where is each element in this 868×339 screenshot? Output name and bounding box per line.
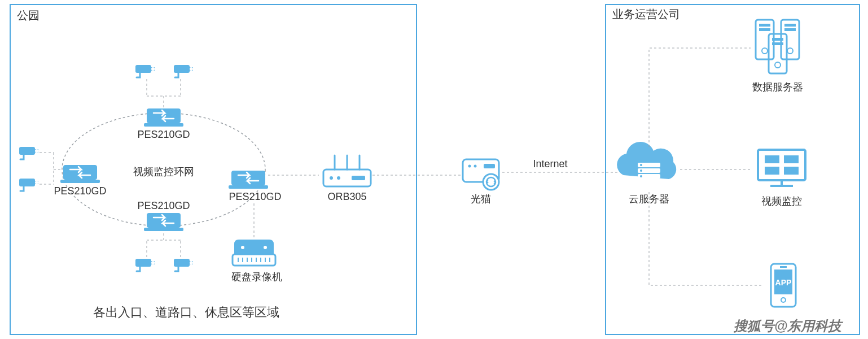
company-title: 业务运营公司	[612, 8, 680, 20]
switch-right-icon	[229, 171, 268, 189]
router-label: ORB305	[327, 191, 366, 202]
camera-icon	[19, 179, 38, 191]
server-icon	[781, 20, 799, 59]
internet-label: Internet	[533, 158, 567, 169]
cloud-icon	[617, 142, 676, 179]
camera-icon	[135, 259, 155, 271]
switch-left-icon	[60, 165, 100, 183]
park-title: 公园	[17, 9, 40, 21]
server-icon	[756, 20, 774, 59]
monitor-label: 视频监控	[761, 195, 802, 207]
link-cloud-app	[649, 192, 762, 285]
switch-top-icon	[144, 108, 183, 127]
modem-icon	[463, 159, 499, 190]
watermark: 搜狐号@东用科技	[733, 318, 844, 333]
network-diagram: APP 公园 视频监控环网 PES210GD	[0, 0, 868, 339]
dvr-label: 硬盘录像机	[231, 271, 282, 282]
phone-icon	[771, 264, 796, 307]
modem-label: 光猫	[471, 193, 491, 205]
server-icon	[769, 34, 787, 73]
camera-icon	[174, 259, 193, 271]
switch-left-label: PES210GD	[54, 185, 106, 197]
monitor-icon	[758, 150, 805, 186]
camera-icon	[19, 147, 38, 159]
switch-right-label: PES210GD	[229, 191, 281, 202]
switch-bottom-label: PES210GD	[137, 200, 190, 211]
switch-top-label: PES210GD	[137, 129, 190, 140]
camera-icon	[135, 65, 155, 77]
park-caption: 各出入口、道路口、休息区等区域	[93, 305, 279, 319]
link-cloud-servers	[649, 48, 751, 147]
camera-icon	[174, 65, 193, 77]
switch-bottom-icon	[144, 213, 183, 231]
dvr-icon	[233, 240, 275, 266]
router-icon	[323, 155, 371, 186]
servers-label: 数据服务器	[752, 81, 803, 93]
ring-label: 视频监控环网	[133, 166, 194, 177]
